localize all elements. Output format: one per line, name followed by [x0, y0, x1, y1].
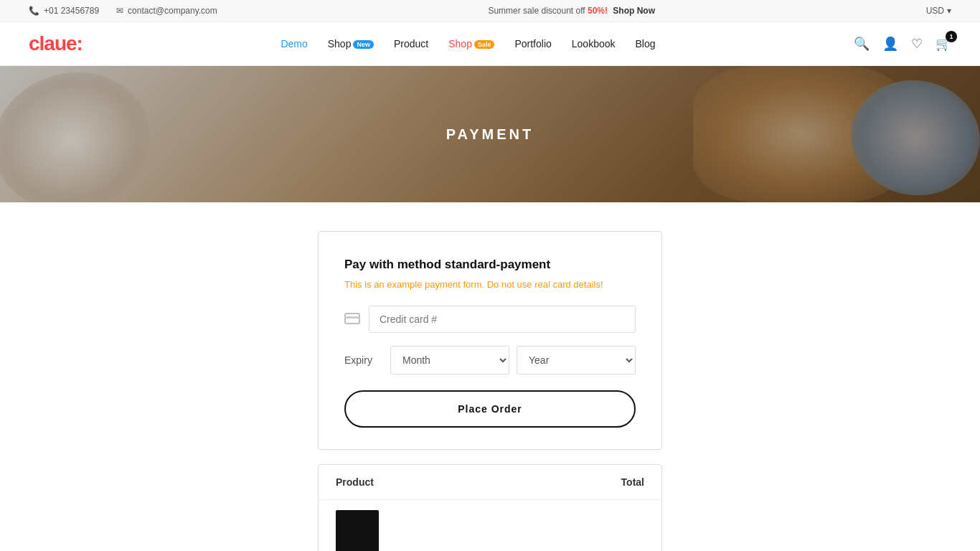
promo-banner: Summer sale discount off 50%! Shop Now [217, 6, 926, 16]
expiry-selects: Month JanuaryFebruaryMarch AprilMayJune … [390, 346, 636, 375]
nav-item-blog[interactable]: Blog [636, 37, 656, 50]
nav-link-portfolio[interactable]: Portfolio [514, 38, 551, 50]
col-product: Product [336, 476, 374, 488]
credit-card-input[interactable] [369, 306, 636, 333]
header: claue: Demo ShopNew Product ShopSale Por… [0, 22, 980, 66]
hero-title: PAYMENT [446, 126, 534, 143]
chevron-down-icon: ▾ [947, 6, 951, 16]
logo[interactable]: claue: [29, 32, 83, 55]
product-thumbnail [336, 510, 379, 551]
main-nav: Demo ShopNew Product ShopSale Portfolio … [281, 37, 655, 50]
search-icon[interactable]: 🔍 [854, 36, 870, 52]
svg-rect-1 [345, 316, 359, 319]
expiry-row: Expiry Month JanuaryFebruaryMarch AprilM… [344, 346, 636, 375]
nav-link-shop-sale[interactable]: ShopSale [448, 38, 494, 50]
new-badge: New [353, 40, 374, 49]
account-icon[interactable]: 👤 [882, 36, 898, 52]
credit-card-row [344, 306, 636, 333]
header-icons: 🔍 👤 ♡ 🛒 1 [854, 36, 951, 52]
phone-item: 📞 +01 23456789 [29, 6, 99, 16]
wishlist-icon[interactable]: ♡ [911, 36, 923, 52]
cart-icon[interactable]: 🛒 1 [936, 36, 951, 52]
product-section: Product Total [318, 464, 662, 551]
month-select[interactable]: Month JanuaryFebruaryMarch AprilMayJune … [390, 346, 509, 375]
promo-text: Summer sale discount off [488, 6, 588, 16]
payment-title: Pay with method standard-payment [344, 258, 636, 272]
currency-label: USD [926, 6, 944, 16]
nav-item-shop-sale[interactable]: ShopSale [448, 37, 494, 50]
shop-now-link[interactable]: Shop Now [613, 6, 655, 16]
sale-badge: Sale [474, 40, 495, 49]
nav-link-product[interactable]: Product [394, 38, 428, 50]
nav-link-shop[interactable]: ShopNew [328, 38, 374, 50]
payment-notice: This is an example payment form. Do not … [344, 279, 636, 290]
product-table-header: Product Total [319, 465, 661, 500]
nav-item-demo[interactable]: Demo [281, 37, 307, 50]
email-item: ✉ contact@company.com [116, 6, 217, 16]
email-icon: ✉ [116, 6, 123, 16]
nav-item-product[interactable]: Product [394, 37, 428, 50]
phone-icon: 📞 [29, 6, 39, 16]
phone-number: +01 23456789 [44, 6, 99, 16]
payment-card: Pay with method standard-payment This is… [318, 231, 662, 450]
nav-item-shop[interactable]: ShopNew [328, 37, 374, 50]
nav-item-lookbook[interactable]: Lookbook [572, 37, 616, 50]
nav-link-lookbook[interactable]: Lookbook [572, 38, 616, 50]
nav-link-blog[interactable]: Blog [636, 38, 656, 50]
email-address: contact@company.com [128, 6, 217, 16]
hero-banner: PAYMENT [0, 66, 980, 202]
product-item [319, 500, 661, 551]
logo-dot: : [77, 32, 83, 55]
col-total: Total [621, 476, 644, 488]
logo-text: claue [29, 32, 77, 55]
nav-item-portfolio[interactable]: Portfolio [514, 37, 551, 50]
year-select[interactable]: Year 202420252026 2027202820292030 [517, 346, 636, 375]
nav-link-demo[interactable]: Demo [281, 38, 307, 50]
main-content: Pay with method standard-payment This is… [0, 202, 980, 551]
nav-list: Demo ShopNew Product ShopSale Portfolio … [281, 37, 655, 50]
top-bar-left: 📞 +01 23456789 ✉ contact@company.com [29, 6, 217, 16]
currency-selector[interactable]: USD ▾ [926, 6, 951, 16]
credit-card-icon [344, 311, 360, 328]
top-bar: 📞 +01 23456789 ✉ contact@company.com Sum… [0, 0, 980, 22]
promo-pct: 50%! [588, 6, 608, 16]
cart-count: 1 [946, 31, 957, 42]
expiry-label: Expiry [344, 354, 382, 366]
place-order-button[interactable]: Place Order [344, 390, 636, 428]
